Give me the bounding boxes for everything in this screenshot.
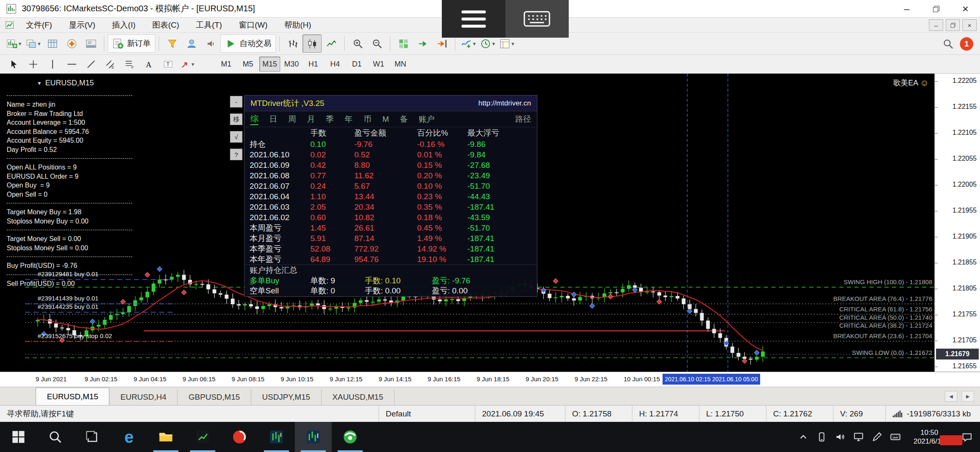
mtdriver-tab[interactable]: 综: [250, 113, 258, 125]
profiles-button[interactable]: ▾: [23, 34, 43, 53]
mtdriver-tab[interactable]: 年: [345, 114, 353, 125]
mtdriver-tab[interactable]: 账户: [419, 114, 435, 125]
menu-item[interactable]: 插入(I): [104, 18, 144, 33]
taskbar-app1-button[interactable]: [184, 422, 221, 452]
mtdriver-tab[interactable]: 币: [364, 114, 371, 125]
timeframe-m15-button[interactable]: M15: [259, 56, 280, 72]
tab-scroll-left-button[interactable]: ◄: [945, 391, 957, 402]
taskbar-file-explorer-button[interactable]: [147, 422, 184, 452]
mtdriver-tab[interactable]: 月: [307, 114, 315, 125]
notification-badge[interactable]: 1: [960, 37, 973, 51]
overlay-menu-button[interactable]: [442, 0, 505, 38]
mtdriver-path-tab[interactable]: 路径: [515, 114, 531, 125]
timeframe-d1-button[interactable]: D1: [346, 56, 367, 72]
edge-icon: e: [124, 429, 134, 445]
horizontal-line-button[interactable]: [62, 55, 81, 73]
mtdriver-tab[interactable]: 日: [269, 114, 277, 125]
price-scale[interactable]: 1.222051.221551.221051.220551.220051.219…: [934, 74, 980, 372]
hidden-icons-button[interactable]: [794, 422, 812, 452]
taskbar-browser-button[interactable]: [332, 422, 369, 452]
new-order-button[interactable]: 新订单: [108, 34, 155, 53]
timeframe-m30-button[interactable]: M30: [281, 56, 302, 72]
terminal-button[interactable]: [81, 34, 101, 53]
tray-volume-button[interactable]: [831, 422, 849, 452]
menu-item[interactable]: 文件(F): [18, 18, 60, 33]
panel-help-button[interactable]: ?: [230, 149, 242, 160]
candlestick-chart-button[interactable]: [302, 34, 322, 53]
zoom-in-button[interactable]: [348, 34, 367, 53]
tray-pen-button[interactable]: [868, 422, 886, 452]
start-button[interactable]: [0, 422, 37, 452]
alerts-button[interactable]: [201, 34, 220, 53]
autotrading-button[interactable]: 自动交易: [220, 34, 276, 53]
market-watch-button[interactable]: [43, 34, 62, 53]
mtdriver-tab[interactable]: 备: [400, 114, 408, 125]
time-axis[interactable]: 9 Jun 20219 Jun 02:159 Jun 04:159 Jun 06…: [0, 372, 980, 387]
mtdriver-tab[interactable]: 季: [326, 114, 334, 125]
timeframe-mn-button[interactable]: MN: [390, 56, 411, 72]
restore-button[interactable]: [921, 0, 951, 18]
chart-tab-xauusdm15[interactable]: XAUUSD,M15: [322, 389, 395, 405]
text-label-button[interactable]: T: [158, 55, 178, 73]
task-view-button[interactable]: [74, 422, 111, 452]
close-button[interactable]: ×: [951, 0, 980, 18]
tab-scroll-right-button[interactable]: ►: [962, 391, 974, 402]
taskbar-mt4-active-button[interactable]: [295, 422, 332, 452]
timeframe-m5-button[interactable]: M5: [237, 56, 258, 72]
taskbar-edge-button[interactable]: e: [111, 422, 147, 452]
collapse-triangle-icon[interactable]: ▼: [37, 80, 42, 86]
bar-chart-button[interactable]: [283, 34, 302, 53]
menu-item[interactable]: 工具(T): [188, 18, 230, 33]
trendline-button[interactable]: [81, 55, 101, 73]
cursor-button[interactable]: [4, 55, 23, 73]
menu-item[interactable]: 帮助(H): [276, 18, 320, 33]
mtdriver-url[interactable]: http://mtdriver.cn: [478, 99, 531, 108]
minimize-button[interactable]: –: [892, 0, 921, 18]
mdi-restore-button[interactable]: [946, 19, 960, 31]
chart-tab-eurusdh4[interactable]: EURUSD,H4: [109, 389, 178, 405]
tray-keyboard-button[interactable]: [886, 422, 905, 452]
mtdriver-tab[interactable]: M: [382, 115, 389, 124]
navigator-button[interactable]: [62, 34, 81, 53]
new-chart-button[interactable]: ▾: [4, 34, 23, 53]
menu-item[interactable]: 显示(V): [60, 18, 103, 33]
timeframe-h4-button[interactable]: H4: [325, 56, 346, 72]
taskbar-mt4-button[interactable]: [258, 422, 295, 452]
auto-scroll-button[interactable]: [413, 34, 432, 53]
taskbar-app2-button[interactable]: [221, 422, 258, 452]
chart-tab-eurusdm15[interactable]: EURUSD,M15: [36, 388, 109, 405]
overlay-keyboard-button[interactable]: [505, 0, 569, 38]
panel-apply-button[interactable]: √: [230, 131, 242, 143]
line-chart-button[interactable]: [322, 34, 341, 53]
vertical-line-button[interactable]: [43, 55, 62, 73]
taskbar-search-button[interactable]: [37, 422, 74, 452]
expert-advisors-button[interactable]: [182, 34, 201, 53]
metaeditor-button[interactable]: [162, 34, 182, 53]
tray-tablet-button[interactable]: [812, 422, 831, 452]
mdi-minimize-button[interactable]: –: [929, 19, 943, 31]
menu-item[interactable]: 窗口(W): [230, 18, 276, 33]
arrows-button[interactable]: ▾: [178, 55, 197, 73]
timeframe-m1-button[interactable]: M1: [216, 56, 237, 72]
search-symbol-icon[interactable]: [942, 38, 954, 50]
zoom-out-button[interactable]: [367, 34, 387, 53]
crosshair-button[interactable]: [23, 55, 43, 73]
fibonacci-button[interactable]: F: [120, 55, 139, 73]
timeframe-h1-button[interactable]: H1: [303, 56, 324, 72]
panel-move-button[interactable]: 移: [230, 113, 242, 125]
tray-network-button[interactable]: [849, 422, 868, 452]
chart-area[interactable]: SWING HIGH (100.0) - 1.21808BREAKOUT ARE…: [0, 74, 980, 372]
chart-tab-usdjpym15[interactable]: USDJPY,M15: [251, 389, 322, 405]
mtdriver-tab[interactable]: 周: [288, 114, 296, 125]
equidistant-channel-button[interactable]: E: [101, 55, 120, 73]
status-profile[interactable]: Default: [379, 406, 475, 422]
panel-collapse-button[interactable]: -: [230, 96, 242, 108]
menu-item[interactable]: 图表(C): [144, 18, 188, 33]
mtdriver-title-bar[interactable]: MTDriver统计 ,V3.25 http://mtdriver.cn: [245, 95, 537, 111]
mdi-close-button[interactable]: ×: [962, 19, 977, 31]
text-button[interactable]: A: [139, 55, 158, 73]
tile-windows-button[interactable]: [394, 34, 413, 53]
timeframe-w1-button[interactable]: W1: [368, 56, 389, 72]
ea-hub-tray-badge[interactable]: [940, 435, 962, 445]
chart-tab-gbpusdm15[interactable]: GBPUSD,M15: [178, 389, 251, 405]
